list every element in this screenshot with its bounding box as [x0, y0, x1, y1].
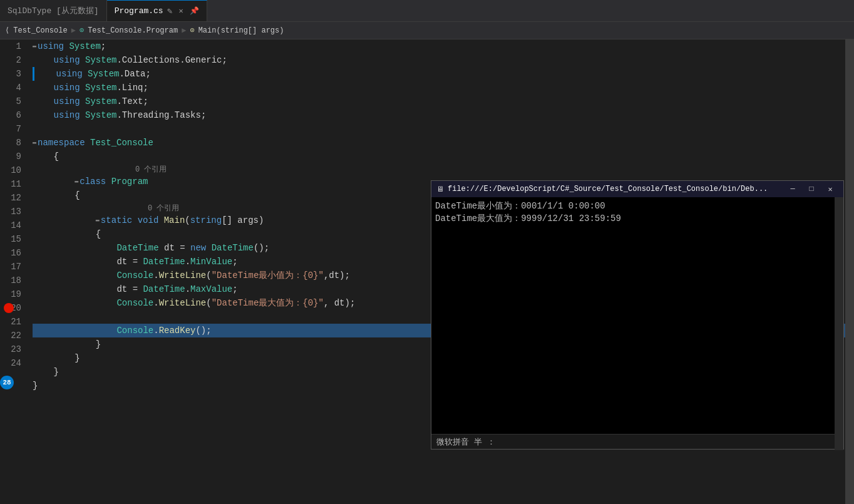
- debug-badge: 28: [0, 376, 14, 389]
- tab-program[interactable]: Program.cs ✎ ✕ 📌: [107, 0, 207, 21]
- tab-pin-icon[interactable]: 📌: [190, 6, 199, 16]
- fold-icon-12[interactable]: ▬: [96, 213, 100, 227]
- tab-sqldbtypes[interactable]: SqlDbType [从元数据]: [0, 0, 107, 21]
- line-num-13: 13: [0, 205, 26, 219]
- code-line-5: using System .Text;: [33, 95, 845, 108]
- line-num-20: 20: [0, 301, 26, 315]
- line-num-18: 18: [0, 274, 26, 287]
- fold-icon-8[interactable]: ▬: [33, 136, 36, 150]
- nav-member[interactable]: Main(string[] args): [198, 26, 284, 35]
- line-num-11: 11: [0, 177, 26, 191]
- console-maximize-button[interactable]: □: [803, 183, 820, 195]
- line-num-7: 7: [0, 122, 26, 136]
- line-num-17: 17: [0, 260, 26, 274]
- line-num-2: 2: [0, 53, 26, 67]
- console-title-text: file:///E:/DevelopScript/C#_Source/Test_…: [448, 185, 785, 193]
- code-line-1: ▬ using System ;: [33, 39, 845, 53]
- line-num-3: 3: [0, 67, 26, 81]
- code-line-3: using System .Data;: [33, 67, 845, 81]
- line-num-12: 12: [0, 191, 26, 205]
- line-num-4: 4: [0, 81, 26, 95]
- nav-sep2: ▶: [182, 26, 186, 35]
- console-output-line-2: DateTime最大值为：9999/12/31 23:59:59: [435, 212, 840, 225]
- line-num-22: 22: [0, 329, 26, 342]
- console-window-icon: 🖥: [436, 185, 444, 194]
- console-statusbar: 微软拼音 半 ：: [431, 434, 843, 449]
- nav-namespace[interactable]: Test_Console.Program: [88, 26, 178, 35]
- method-ref-hint: 0 个引用: [148, 203, 179, 213]
- code-line-2: using System .Collections.Generic;: [33, 53, 845, 67]
- line-num-19: 19: [0, 287, 26, 301]
- tab-close-button[interactable]: ✕: [176, 6, 186, 16]
- tab-program-label: Program.cs: [115, 6, 163, 16]
- line-num-5: 5: [0, 95, 26, 108]
- class-ref-hint: 0 个引用: [135, 164, 167, 175]
- line-num-21: 21: [0, 315, 26, 329]
- tab-sqldbtypes-label: SqlDbType [从元数据]: [8, 5, 99, 16]
- code-line-7: [33, 122, 845, 136]
- tab-modified-icon: ✎: [167, 6, 172, 16]
- console-output-line-1: DateTime最小值为：0001/1/1 0:00:00: [435, 200, 840, 212]
- line-num-6: 6: [0, 108, 26, 122]
- nav-member-icon: ⊙: [190, 26, 194, 35]
- console-window-controls: ─ □ ✕: [785, 183, 838, 195]
- line-num-14: 14: [0, 219, 26, 232]
- code-line-4: using System .Linq;: [33, 81, 845, 95]
- console-minimize-button[interactable]: ─: [785, 183, 801, 195]
- fold-icon-1[interactable]: ▬: [33, 39, 36, 53]
- nav-sep1: ▶: [71, 26, 76, 35]
- vertical-scrollbar[interactable]: [845, 39, 854, 504]
- console-window[interactable]: 🖥 file:///E:/DevelopScript/C#_Source/Tes…: [431, 180, 844, 450]
- breakpoint-indicator: [4, 303, 14, 313]
- fold-icon-10[interactable]: ▬: [75, 175, 78, 188]
- nav-namespace-icon: ⊙: [80, 26, 84, 35]
- class-ref-hint-container: 0 个引用: [33, 163, 845, 175]
- nav-project-label: Test_Console: [13, 26, 67, 35]
- tab-bar: SqlDbType [从元数据] Program.cs ✎ ✕ 📌: [0, 0, 854, 22]
- line-num-1: 1: [0, 39, 26, 53]
- code-line-8: ▬ namespace Test_Console: [33, 136, 845, 150]
- line-num-9: 9: [0, 150, 26, 163]
- line-num-24: 24: [0, 356, 26, 370]
- console-scrollbar[interactable]: [835, 197, 843, 450]
- line-num-10: 10: [0, 163, 26, 177]
- line-num-23: 23: [0, 342, 26, 356]
- console-statusbar-text: 微软拼音 半 ：: [436, 436, 495, 448]
- line-num-15: 15: [0, 232, 26, 246]
- line-numbers: 1 2 3 4 5 6 7 8 9 10 11 12 13 14 15 16 1…: [0, 39, 33, 504]
- kw-using-1: using: [38, 39, 64, 53]
- line-num-8: 8: [0, 136, 26, 150]
- console-output: DateTime最小值为：0001/1/1 0:00:00 DateTime最大…: [431, 197, 843, 434]
- type-system-1: System: [69, 39, 100, 53]
- code-line-6: using System .Threading.Tasks;: [33, 108, 845, 122]
- nav-bar: ⟨ Test_Console ▶ ⊙ Test_Console.Program …: [0, 22, 854, 39]
- line-num-16: 16: [0, 246, 26, 260]
- console-titlebar: 🖥 file:///E:/DevelopScript/C#_Source/Tes…: [431, 181, 843, 197]
- code-line-9: {: [33, 150, 845, 163]
- console-close-button[interactable]: ✕: [822, 183, 838, 195]
- nav-project[interactable]: ⟨: [5, 26, 9, 35]
